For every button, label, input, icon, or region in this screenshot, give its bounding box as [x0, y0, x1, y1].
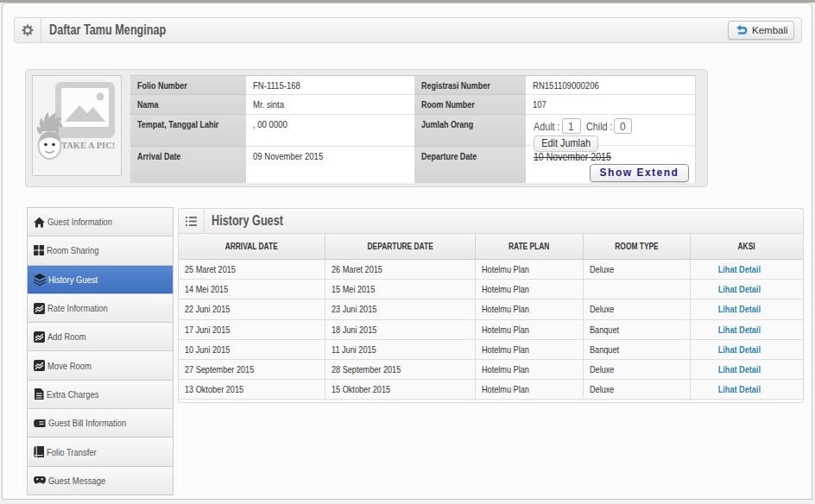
- svg-text:TAKE A PIC!: TAKE A PIC!: [61, 141, 115, 150]
